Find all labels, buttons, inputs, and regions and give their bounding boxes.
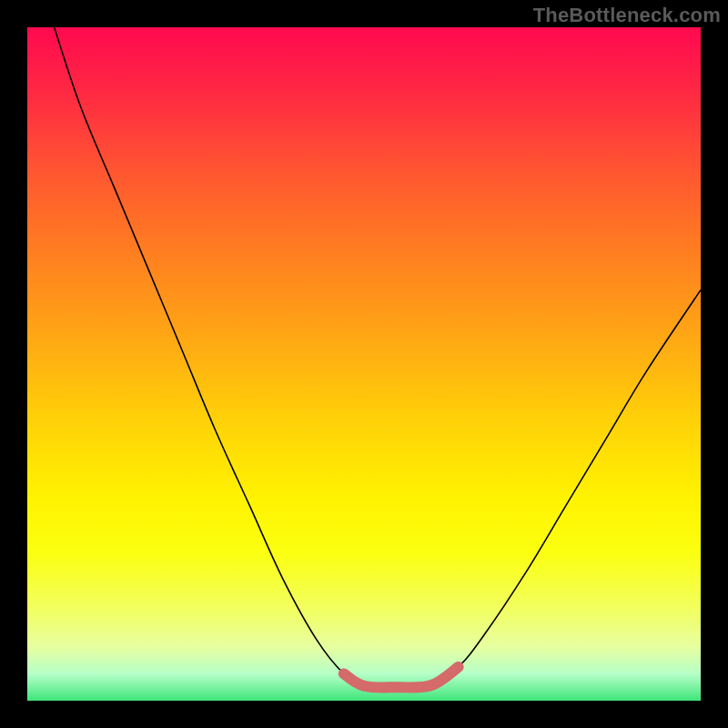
outer-frame: TheBottleneck.com — [0, 0, 728, 728]
plot-area — [27, 27, 701, 701]
optimal-range-highlight — [344, 667, 459, 688]
chart-svg — [27, 27, 701, 701]
watermark-text: TheBottleneck.com — [533, 4, 721, 27]
bottleneck-curve — [55, 27, 701, 688]
